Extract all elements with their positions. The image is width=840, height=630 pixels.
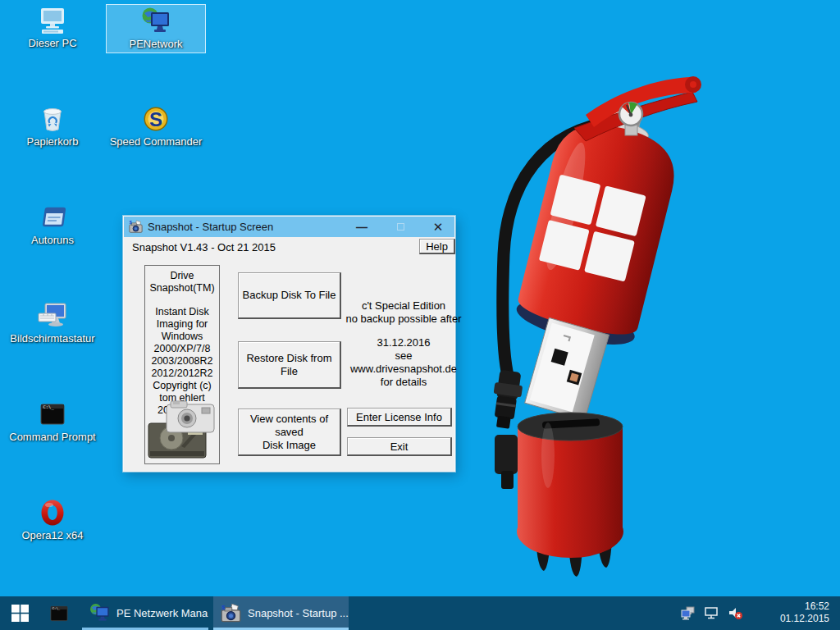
network-globe-monitor-icon (141, 7, 171, 36)
taskbar-clock[interactable]: 16:52 01.12.2015 (780, 600, 829, 625)
network-computers-tray-icon[interactable] (680, 605, 696, 621)
opera-icon (38, 498, 67, 527)
dialog-title: Snapshot - Startup Screen (148, 221, 273, 233)
desktop-icon-label: Dieser PC (28, 38, 76, 49)
maximize-box-glyph (397, 223, 404, 231)
desktop-icon-autoruns[interactable]: Autoruns (2, 201, 103, 249)
recycle-bin-icon (38, 104, 67, 134)
desktop-icon-opera[interactable]: Opera12 x64 (2, 496, 103, 544)
maximize-button[interactable] (388, 217, 413, 237)
on-screen-keyboard-icon (38, 301, 67, 331)
desktop-icon-penetwork[interactable]: PENetwork (106, 4, 206, 53)
desktop-icon-label: Papierkorb (27, 136, 79, 148)
view-contents-button[interactable]: View contents of saved Disk Image (238, 409, 341, 456)
computer-icon (38, 6, 67, 35)
task-label: PE Netzwerk Mana... (116, 607, 208, 619)
info-panel-heading: Drive Snapshot(TM) (145, 270, 219, 294)
usb-connector (525, 317, 609, 420)
exit-button[interactable]: Exit (347, 437, 452, 456)
camera-photo (165, 396, 217, 436)
command-prompt-icon: C:\_ (38, 399, 67, 429)
close-button[interactable]: ✕ (426, 217, 450, 237)
extinguisher-hose (489, 121, 617, 430)
bucket-base (495, 413, 623, 577)
version-line: Snapshot V1.43 - Oct 21 2015 (132, 241, 276, 253)
desktop-icon-label: Speed Commander (110, 136, 203, 148)
enter-license-button[interactable]: Enter License Info (347, 408, 452, 427)
desktop-icon-speed-commander[interactable]: S Speed Commander (106, 103, 206, 150)
penetwork-icon (89, 603, 110, 623)
desktop-icon-label: PENetwork (129, 39, 182, 50)
svg-text:$: $ (130, 220, 132, 225)
svg-text:C:\_: C:\_ (43, 404, 55, 410)
edition-notice: c't Special Edition no backup possible a… (345, 299, 462, 326)
system-tray (680, 596, 743, 630)
desktop-icon-dieser-pc[interactable]: Dieser PC (2, 4, 103, 52)
desktop-icon-label: Command Prompt (9, 431, 95, 443)
backup-disk-button[interactable]: Backup Disk To File (238, 272, 341, 319)
network-monitor-tray-icon[interactable] (704, 605, 719, 621)
desktop-icon-label: Autoruns (31, 235, 74, 246)
autoruns-window-icon (38, 203, 67, 232)
taskbar-item-penetwork[interactable]: PE Netzwerk Mana... (82, 596, 208, 630)
help-button[interactable]: Help (419, 239, 455, 254)
snapshot-dialog: $ Snapshot - Startup Screen — ✕ Snapshot… (123, 216, 455, 472)
restore-disk-button[interactable]: Restore Disk from File (238, 341, 341, 389)
edition-details: 31.12.2016 see www.drivesnapshot.de for … (345, 336, 462, 389)
desktop-icon-bildschirmtastatur[interactable]: Bildschirmtastatur (2, 299, 103, 347)
minimize-button[interactable]: — (349, 217, 374, 237)
info-panel-artwork (146, 396, 218, 462)
taskbar-item-snapshot[interactable]: $ Snapshot - Startup ... (213, 596, 349, 630)
snapshot-app-icon: $ (129, 220, 143, 234)
snapshot-camera-icon: $ (221, 603, 241, 623)
start-button[interactable] (0, 596, 39, 630)
desktop-icon-label: Opera12 x64 (21, 530, 83, 541)
extinguisher-body (512, 92, 689, 354)
extinguisher-valve (574, 77, 700, 141)
svg-text:$: $ (221, 604, 226, 611)
svg-text:C:\_: C:\_ (52, 605, 61, 609)
clock-date: 01.12.2015 (780, 613, 829, 625)
dialog-titlebar[interactable]: $ Snapshot - Startup Screen — ✕ (124, 217, 454, 237)
info-panel: Drive Snapshot(TM) Instant Disk Imaging … (144, 265, 220, 464)
volume-muted-tray-icon[interactable] (728, 605, 743, 621)
taskbar-item-command-prompt[interactable]: C:\_ (39, 596, 79, 630)
command-prompt-icon: C:\_ (48, 603, 70, 624)
taskbar: C:\_ PE Netzwerk Mana... $ Snapshot - St… (0, 596, 840, 630)
task-label: Snapshot - Startup ... (248, 607, 349, 619)
windows-logo-icon (11, 605, 29, 622)
desktop-icon-command-prompt[interactable]: C:\_ Command Prompt (2, 398, 103, 445)
clock-time: 16:52 (780, 600, 829, 613)
desktop-icon-label: Bildschirmtastatur (10, 333, 94, 345)
svg-text:S: S (149, 108, 162, 130)
desktop-icon-papierkorb[interactable]: Papierkorb (2, 103, 103, 150)
speed-commander-icon: S (141, 104, 171, 134)
